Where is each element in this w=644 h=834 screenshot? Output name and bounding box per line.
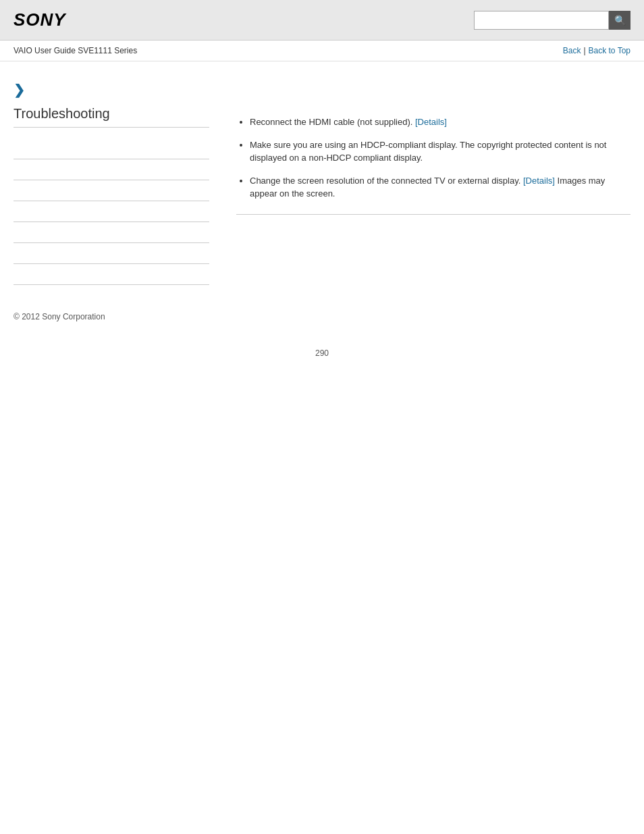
list-item: Change the screen resolution of the conn… bbox=[250, 174, 630, 201]
list-item[interactable] bbox=[14, 138, 209, 159]
content-bullets: Reconnect the HDMI cable (not supplied).… bbox=[236, 115, 630, 215]
back-link[interactable]: Back bbox=[563, 46, 581, 55]
footer: © 2012 Sony Corporation bbox=[0, 298, 644, 335]
list-item: Make sure you are using an HDCP-complian… bbox=[250, 138, 630, 165]
details-link-1[interactable]: [Details] bbox=[415, 117, 447, 127]
list-item[interactable] bbox=[14, 159, 209, 180]
back-to-top-link[interactable]: Back to Top bbox=[589, 46, 630, 55]
copyright-text: © 2012 Sony Corporation bbox=[14, 312, 105, 321]
guide-title: VAIO User Guide SVE1111 Series bbox=[14, 46, 137, 55]
header: SONY 🔍 bbox=[0, 0, 644, 41]
content-area: Reconnect the HDMI cable (not supplied).… bbox=[223, 75, 630, 285]
search-area: 🔍 bbox=[474, 11, 630, 30]
chevron-right-icon: ❯ bbox=[14, 82, 25, 97]
list-item[interactable] bbox=[14, 180, 209, 201]
list-item[interactable] bbox=[14, 201, 209, 222]
main-content: ❯ Troubleshooting Reconnect the HDMI cab… bbox=[0, 61, 644, 298]
nav-separator: | bbox=[583, 46, 585, 55]
search-icon: 🔍 bbox=[614, 15, 626, 26]
nav-bar: VAIO User Guide SVE1111 Series Back | Ba… bbox=[0, 41, 644, 61]
list-item[interactable] bbox=[14, 222, 209, 243]
search-input[interactable] bbox=[474, 11, 609, 30]
sidebar-links bbox=[14, 138, 209, 285]
sidebar-title: Troubleshooting bbox=[14, 106, 209, 128]
sidebar: ❯ Troubleshooting bbox=[14, 75, 223, 285]
bullet-list: Reconnect the HDMI cable (not supplied).… bbox=[236, 115, 630, 201]
bullet-text-3a: Change the screen resolution of the conn… bbox=[250, 176, 523, 186]
bullet-text-1: Reconnect the HDMI cable (not supplied). bbox=[250, 117, 415, 127]
content-divider bbox=[236, 214, 630, 215]
details-link-2[interactable]: [Details] bbox=[523, 176, 555, 186]
page-number: 290 bbox=[0, 335, 644, 371]
list-item[interactable] bbox=[14, 264, 209, 285]
nav-links: Back | Back to Top bbox=[563, 46, 630, 55]
list-item[interactable] bbox=[14, 243, 209, 264]
list-item: Reconnect the HDMI cable (not supplied).… bbox=[250, 115, 630, 129]
search-button[interactable]: 🔍 bbox=[609, 11, 630, 30]
chevron-container: ❯ bbox=[14, 82, 209, 98]
sony-logo: SONY bbox=[14, 9, 66, 30]
bullet-text-2: Make sure you are using an HDCP-complian… bbox=[250, 140, 606, 163]
